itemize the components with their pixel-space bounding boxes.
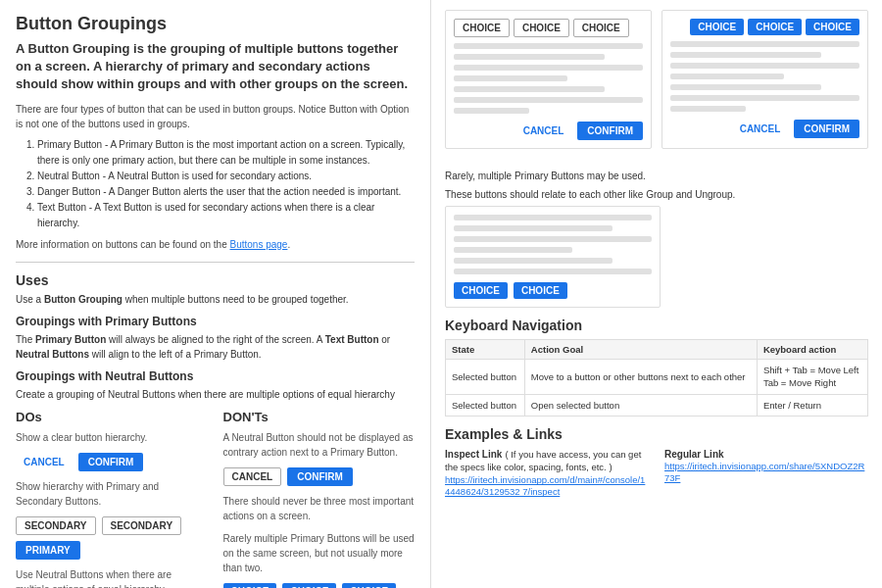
choice-primary-1[interactable]: CHOICE (223, 583, 277, 588)
col-header-action: Action Goal (524, 340, 757, 360)
inspect-col-title: Inspect Link (445, 449, 502, 460)
dos-title: DOs (16, 410, 208, 424)
donts-note1: A Neutral Button should not be displayed… (223, 430, 416, 460)
mock-line (454, 43, 643, 49)
mock-line (670, 106, 746, 112)
intro-bold: A Button Grouping is the grouping of mul… (16, 40, 415, 94)
table-header-row: State Action Goal Keyboard action (446, 340, 868, 360)
donts-note2b: Rarely multiple Primary Buttons will be … (223, 531, 416, 575)
secondary-btn-2[interactable]: SECONDARY (102, 516, 182, 535)
buttons-link-text: More information on buttons can be found… (16, 237, 415, 252)
dialog-left: CHOICE CHOICE CHOICE CANCEL CONFIRM (445, 10, 652, 149)
groupings-primary-text: The Primary Button will always be aligne… (16, 332, 415, 362)
donts-note2: There should never be three most importa… (223, 494, 416, 523)
cell-keyboard-2: Enter / Return (757, 394, 867, 416)
bottom-choice-1[interactable]: CHOICE (454, 282, 508, 299)
cancel-button-dos[interactable]: CANCEL (16, 453, 73, 471)
dos-note2: Show hierarchy with Primary and Secondar… (16, 479, 208, 509)
top-choice-3[interactable]: CHOICE (573, 19, 629, 37)
donts-btn-group-1: CANCEL CONFIRM (223, 467, 416, 486)
list-item: Danger Button - A Danger Button alerts t… (37, 184, 415, 200)
bottom-choice-2[interactable]: CHOICE (514, 282, 567, 299)
button-types-list: Primary Button - A Primary Button is the… (37, 137, 415, 231)
mock-line (670, 63, 859, 69)
mock-line (454, 247, 572, 253)
mock-line (454, 65, 643, 71)
dialog-confirm-right[interactable]: CONFIRM (794, 120, 859, 138)
donts-title: DON'Ts (223, 410, 416, 424)
top-choice-right-1[interactable]: CHOICE (690, 19, 744, 35)
groupings-primary-title: Groupings with Primary Buttons (16, 315, 415, 328)
dialog-confirm-left[interactable]: CONFIRM (577, 122, 643, 140)
dos-note1: Show a clear button hierarchy. (16, 430, 208, 445)
list-item: Neutral Button - A Neutral Button is use… (37, 169, 415, 184)
intro-small: There are four types of button that can … (16, 102, 415, 131)
mock-line (454, 236, 652, 242)
choice-primary-2[interactable]: CHOICE (282, 583, 336, 588)
mock-line (670, 74, 784, 79)
mock-line (454, 215, 652, 220)
dos-btn-group-2: SECONDARY SECONDARY PRIMARY (16, 516, 208, 560)
groupings-neutral-text: Create a grouping of Neutral Buttons whe… (16, 387, 415, 402)
dialog-cancel-right[interactable]: CANCEL (732, 120, 789, 138)
list-item: Primary Button - A Primary Button is the… (37, 137, 415, 169)
rarely-text: Rarely, multiple Primary Buttons may be … (445, 169, 868, 183)
regular-link[interactable]: https://iritech.invisionapp.com/share/5X… (664, 461, 864, 483)
top-choice-2[interactable]: CHOICE (514, 19, 569, 37)
cell-state-1: Selected button (446, 360, 525, 395)
dialog-bottom: CHOICE CHOICE (445, 206, 661, 308)
mock-line (670, 52, 821, 58)
page-title: Button Groupings (16, 14, 415, 34)
mock-line (670, 84, 821, 90)
relate-text: These buttons should relate to each othe… (445, 187, 868, 202)
col-header-keyboard: Keyboard action (757, 340, 867, 360)
inspect-link[interactable]: https://iritech.invisionapp.com/d/main#/… (445, 474, 645, 497)
donts-btn-group-2: CHOICE CHOICE CHOICE (223, 583, 416, 588)
groupings-neutral-title: Groupings with Neutral Buttons (16, 369, 415, 383)
mock-line (454, 75, 567, 81)
table-row: Selected button Open selected button Ent… (446, 394, 868, 416)
confirm-btn-donts[interactable]: CONFIRM (287, 467, 353, 486)
regular-col-title: Regular Link (664, 449, 724, 460)
mock-line (454, 54, 605, 60)
cell-keyboard-1: Shift + Tab = Move Left Tab = Move Right (757, 360, 867, 395)
keyboard-table: State Action Goal Keyboard action Select… (445, 339, 868, 416)
left-panel: Button Groupings A Button Grouping is th… (0, 0, 431, 588)
donts-column: DON'Ts A Neutral Button should not be di… (223, 410, 416, 588)
uses-text: Use a Button Grouping when multiple butt… (16, 292, 415, 307)
mock-line (454, 86, 605, 92)
mock-line (454, 258, 612, 264)
keyboard-nav-section: Keyboard Navigation State Action Goal Ke… (445, 318, 868, 416)
dialog-bottom-buttons: CHOICE CHOICE (454, 282, 652, 299)
inspect-col: Inspect Link ( If you have access, you c… (445, 448, 649, 498)
buttons-page-link[interactable]: Buttons page (229, 239, 287, 250)
dialog-buttons-left: CANCEL CONFIRM (454, 122, 643, 140)
dos-btn-group-1: CANCEL CONFIRM (16, 453, 208, 471)
cell-action-2: Open selected button (524, 394, 757, 416)
secondary-btn-1[interactable]: SECONDARY (16, 516, 96, 535)
top-choice-right-2[interactable]: CHOICE (748, 19, 802, 35)
top-dialogs-row: CHOICE CHOICE CHOICE CANCEL CONFIRM CHOI… (445, 10, 868, 159)
confirm-button-dos[interactable]: CONFIRM (78, 453, 144, 471)
primary-btn-dos[interactable]: PRIMARY (16, 541, 80, 560)
mock-line (670, 95, 859, 101)
dos-note3: Use Neutral Buttons when there are multi… (16, 567, 208, 588)
cell-action-1: Move to a button or other buttons next t… (524, 360, 757, 395)
cell-state-2: Selected button (446, 394, 525, 416)
keyboard-nav-title: Keyboard Navigation (445, 318, 868, 333)
cancel-btn-donts[interactable]: CANCEL (223, 467, 282, 486)
regular-col: Regular Link https://iritech.invisionapp… (664, 448, 868, 498)
dos-donts-section: DOs Show a clear button hierarchy. CANCE… (16, 410, 415, 588)
mock-line (670, 41, 859, 47)
top-choice-right-3[interactable]: CHOICE (806, 19, 859, 35)
divider (16, 262, 415, 263)
dialog-right: CHOICE CHOICE CHOICE CANCEL CONFIRM (662, 10, 868, 149)
choice-primary-3[interactable]: CHOICE (342, 583, 396, 588)
col-header-state: State (446, 340, 525, 360)
examples-row: Inspect Link ( If you have access, you c… (445, 448, 868, 498)
list-item: Text Button - A Text Button is used for … (37, 200, 415, 231)
top-choice-1[interactable]: CHOICE (454, 19, 510, 37)
dialog-cancel-left[interactable]: CANCEL (515, 122, 572, 140)
mock-line (454, 97, 643, 103)
uses-title: Uses (16, 272, 415, 288)
